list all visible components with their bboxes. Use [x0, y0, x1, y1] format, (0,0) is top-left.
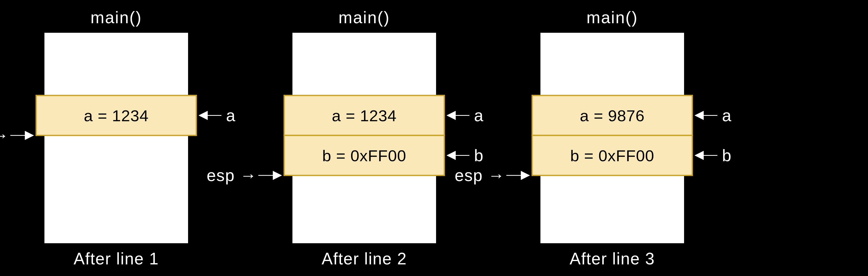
- stack-panel: main()a = 1234aesp →After line 1: [0, 8, 236, 268]
- memory-cell-text-a: a = 1234: [84, 107, 149, 125]
- esp-label: esp →: [455, 166, 505, 185]
- memory-diagram: main()a = 1234aesp →After line 1main()a …: [0, 0, 868, 276]
- memory-cell-text-b: b = 0xFF00: [570, 147, 654, 165]
- frame-title: main(): [90, 8, 142, 27]
- caption: After line 1: [74, 249, 159, 268]
- stack-panel: main()a = 9876ab = 0xFF00besp →After lin…: [455, 8, 732, 268]
- esp-label: esp →: [0, 126, 9, 145]
- var-label-b: b: [722, 146, 732, 165]
- memory-cell-text-b: b = 0xFF00: [322, 147, 406, 165]
- var-label-b: b: [474, 146, 484, 165]
- frame-title: main(): [338, 8, 390, 27]
- memory-cell-text-a: a = 1234: [332, 107, 397, 125]
- caption: After line 2: [322, 249, 407, 268]
- caption: After line 3: [570, 249, 655, 268]
- stack-panel: main()a = 1234ab = 0xFF00besp →After lin…: [207, 8, 484, 268]
- frame-title: main(): [586, 8, 638, 27]
- var-label-a: a: [226, 106, 236, 125]
- esp-label: esp →: [207, 166, 257, 185]
- memory-cell-text-a: a = 9876: [580, 107, 645, 125]
- var-label-a: a: [474, 106, 484, 125]
- var-label-a: a: [722, 106, 732, 125]
- stack-frame: [44, 32, 189, 244]
